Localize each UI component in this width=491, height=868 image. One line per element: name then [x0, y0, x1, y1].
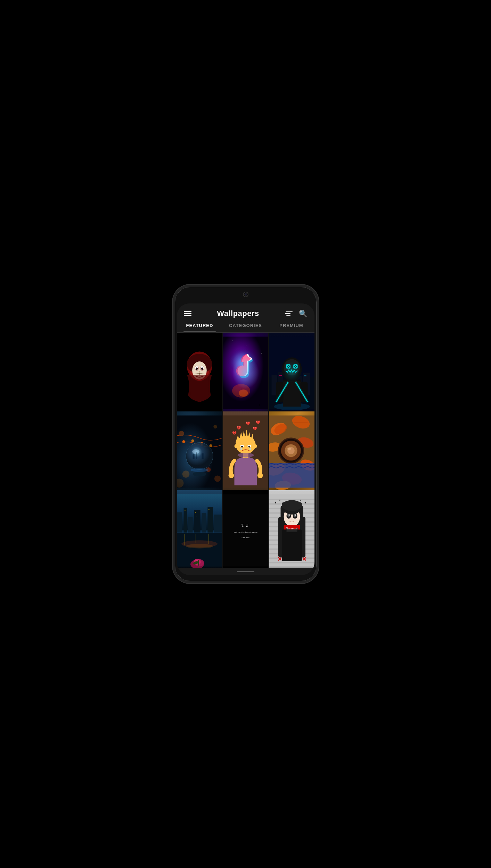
tab-premium[interactable]: PREMIUM — [269, 323, 314, 332]
svg-rect-105 — [183, 508, 187, 533]
volume-up-button[interactable] — [173, 349, 173, 363]
svg-point-81 — [237, 453, 254, 457]
wallpaper-neon-mask[interactable] — [269, 333, 314, 413]
wallpaper-city-reflection[interactable] — [177, 490, 222, 568]
phone-frame: Wallpapers 🔍 FEATURED CATEGORIES PREMIUM — [173, 285, 319, 583]
svg-point-69 — [228, 473, 234, 478]
wallpaper-romanian-text[interactable]: TU ești motivul pentru care zâmbesc — [223, 490, 268, 568]
svg-text:♠: ♠ — [275, 501, 276, 504]
svg-point-47 — [182, 470, 189, 478]
header-actions: 🔍 — [285, 309, 308, 318]
svg-point-99 — [287, 448, 291, 450]
svg-point-58 — [190, 468, 208, 472]
svg-text:💔: 💔 — [232, 431, 237, 435]
svg-rect-104 — [177, 512, 182, 533]
menu-icon[interactable] — [184, 311, 191, 316]
wallpaper-tiktok-galaxy[interactable] — [223, 333, 268, 413]
svg-point-51 — [209, 444, 212, 447]
svg-point-38 — [280, 357, 303, 382]
svg-text:✕: ✕ — [302, 556, 306, 562]
svg-text:ești motivul pentru care: ești motivul pentru care — [234, 531, 257, 534]
svg-rect-114 — [196, 517, 197, 517]
svg-rect-55 — [193, 454, 194, 459]
svg-point-162 — [291, 519, 293, 520]
svg-rect-106 — [188, 517, 193, 533]
svg-text:💔: 💔 — [237, 426, 241, 430]
svg-text:💔: 💔 — [255, 420, 260, 425]
svg-point-160 — [288, 514, 290, 516]
nav-indicator — [237, 571, 254, 572]
svg-text:💔: 💔 — [246, 421, 250, 426]
svg-point-121 — [186, 544, 213, 549]
wallpaper-grid: ✦✦✦ — [177, 333, 314, 568]
svg-rect-112 — [195, 512, 196, 513]
svg-rect-128 — [223, 494, 268, 567]
svg-rect-25 — [304, 375, 306, 376]
svg-point-77 — [234, 444, 237, 448]
wallpaper-supreme-anime[interactable]: ♠ ♠ ♥ ♥ — [269, 490, 314, 568]
svg-point-52 — [186, 443, 213, 470]
svg-text:♥: ♥ — [279, 499, 280, 501]
svg-rect-108 — [202, 513, 206, 533]
svg-rect-133 — [269, 499, 314, 500]
svg-text:♥: ♥ — [300, 499, 301, 501]
search-icon[interactable]: 🔍 — [299, 309, 308, 318]
svg-point-48 — [182, 440, 185, 443]
svg-rect-165 — [282, 502, 302, 508]
wallpaper-sad-bart[interactable]: 💔 💔 💔 💔 💔 — [223, 411, 268, 492]
svg-point-79 — [240, 448, 242, 450]
screen: Wallpapers 🔍 FEATURED CATEGORIES PREMIUM — [177, 303, 314, 575]
svg-point-61 — [214, 475, 220, 482]
tab-bar: FEATURED CATEGORIES PREMIUM — [177, 318, 314, 333]
svg-rect-56 — [196, 452, 197, 459]
header: Wallpapers 🔍 — [177, 303, 314, 318]
svg-point-45 — [213, 425, 217, 428]
svg-text:✦✦✦: ✦✦✦ — [198, 379, 201, 381]
app-title: Wallpapers — [217, 309, 259, 318]
wallpaper-dali-mask[interactable]: ✦✦✦ — [177, 333, 222, 413]
svg-point-76 — [248, 446, 250, 448]
svg-point-70 — [257, 473, 263, 478]
svg-point-53 — [192, 449, 199, 454]
filter-icon[interactable] — [285, 311, 293, 316]
svg-rect-111 — [185, 510, 186, 510]
svg-rect-168 — [282, 529, 302, 561]
svg-rect-107 — [194, 510, 200, 533]
tab-featured[interactable]: FEATURED — [177, 323, 223, 332]
svg-text:TU: TU — [242, 523, 249, 528]
camera-notch — [243, 292, 248, 297]
svg-rect-57 — [202, 453, 203, 459]
svg-rect-147 — [269, 562, 314, 564]
power-button[interactable] — [318, 356, 319, 377]
wallpaper-crystal-ball[interactable] — [177, 411, 222, 492]
svg-point-161 — [295, 514, 296, 516]
svg-point-8 — [201, 368, 203, 370]
svg-text:✕: ✕ — [277, 556, 282, 562]
svg-text:♠: ♠ — [304, 501, 306, 504]
svg-point-78 — [254, 444, 257, 448]
tab-categories[interactable]: CATEGORIES — [223, 323, 269, 332]
svg-rect-24 — [279, 375, 282, 376]
svg-point-80 — [249, 448, 251, 450]
svg-point-59 — [193, 472, 206, 476]
svg-point-75 — [241, 446, 243, 448]
svg-rect-110 — [214, 515, 222, 533]
svg-rect-109 — [207, 507, 213, 533]
svg-point-7 — [195, 368, 198, 370]
svg-point-11 — [198, 371, 200, 373]
svg-rect-113 — [208, 509, 210, 509]
svg-text:zâmbesc: zâmbesc — [241, 536, 250, 539]
bottom-bar — [177, 568, 314, 575]
wallpaper-autumn-coffee[interactable] — [269, 411, 314, 492]
volume-down-button[interactable] — [173, 367, 173, 381]
svg-text:💔: 💔 — [252, 426, 257, 431]
svg-point-49 — [191, 439, 194, 442]
